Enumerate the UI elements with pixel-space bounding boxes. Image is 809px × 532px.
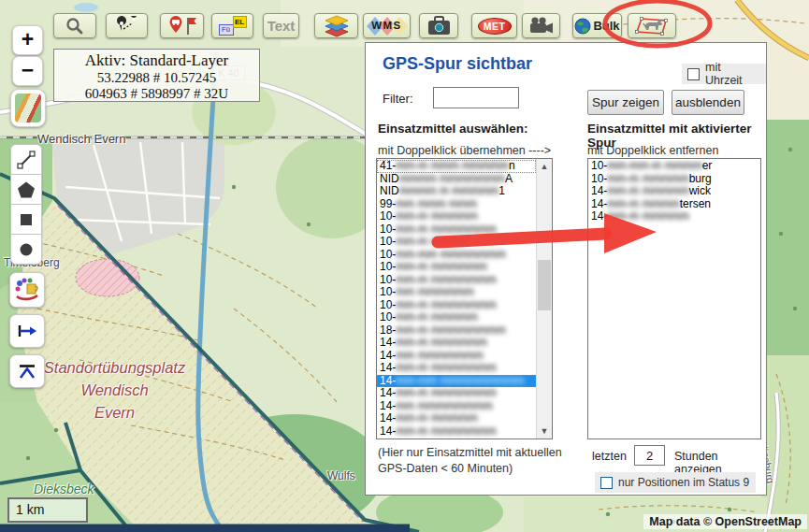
text-tool-button[interactable]: Text (263, 13, 299, 38)
unit-name-suffix: burg (689, 172, 712, 185)
unit-list-item[interactable]: 14-mm-mm mmmmmmmmm (377, 375, 536, 388)
unit-list-item[interactable]: 14-mm mmmmmmmm (377, 400, 536, 413)
unit-list-item[interactable]: 10-mm-m mmmmmmm (377, 299, 536, 312)
unit-list-item[interactable]: 14-mm mmmmmmm (377, 350, 536, 363)
draw-toolstack (10, 144, 42, 265)
unit-callsign-prefix: 10- (380, 273, 396, 286)
layers-button[interactable] (314, 13, 358, 38)
unit-callsign-prefix: 10- (380, 298, 396, 311)
wms-button[interactable]: WMS (363, 13, 411, 38)
hours-before-label: letzten (592, 450, 627, 463)
unit-list-item[interactable]: 10-mm mmmmmm (377, 286, 536, 299)
scroll-up-arrow[interactable]: ▲ (537, 159, 552, 174)
unit-callsign-prefix: 14- (380, 424, 396, 438)
unit-list-item[interactable]: 10-mm-mm mmmmmmm (377, 249, 536, 262)
hours-input[interactable] (634, 445, 665, 466)
unit-list-item[interactable]: 14-mm-m mmmmmm (377, 337, 536, 350)
active-unit-list-item[interactable]: 14-mm-m mmmmmwick (588, 185, 760, 198)
equipment-case-button[interactable] (419, 13, 458, 38)
met-badge: MET (478, 18, 512, 35)
met-button[interactable]: MET (471, 13, 517, 38)
unit-callsign-prefix: 10- (380, 209, 396, 223)
status9-label: nur Positionen im Status 9 (618, 476, 749, 489)
case-icon (426, 15, 452, 36)
unit-list-item[interactable]: 14-mm-m mmmmmmm (377, 425, 536, 439)
vehicle-flag-button[interactable] (160, 13, 204, 38)
scroll-thumb[interactable] (538, 260, 551, 310)
active-units-rows[interactable]: 10-mm-mm-m mmmmer10-mm-m mmmmmburg14-mm-… (588, 160, 760, 439)
unit-list-item[interactable]: 67-82-17 SEG Lbg ASB (377, 438, 536, 439)
gps-track-button[interactable] (628, 13, 676, 38)
unit-list-item[interactable]: NIDmmmm mmmmmmmA (377, 173, 536, 186)
coordinates-wgs84: 53.22988 # 10.57245 (54, 70, 259, 86)
unit-list-item[interactable]: 10-mm-m mmmmm (377, 210, 536, 223)
unit-list-item[interactable]: 99-mm mmm mmm (377, 198, 536, 211)
gps-footnote: (Hier nur Einsatzmittel mit aktuellen GP… (378, 445, 562, 477)
fu-symbol: Fü (219, 24, 234, 36)
unit-list-item[interactable]: 14-mm-m mmmmmmm (377, 362, 536, 375)
polygon-tool-button[interactable] (10, 174, 42, 205)
unit-callsign-prefix: 14- (380, 411, 396, 424)
lambda-bar-icon (16, 363, 38, 380)
gps-footnote-line2: GPS-Daten < 60 Minuten) (378, 461, 562, 477)
unit-list-item[interactable]: 18-mm-m mmmmmmmm (377, 324, 536, 338)
redacted-unit-name: mm-m mmmmmmmm (396, 324, 505, 337)
hide-track-button[interactable]: ausblenden (672, 90, 744, 115)
redacted-unit-name: mm-m mmmmm (607, 209, 688, 223)
lambda-tool-button[interactable] (9, 354, 45, 388)
search-button[interactable] (53, 13, 96, 38)
active-units-listbox[interactable]: 10-mm-mm-m mmmmer10-mm-m mmmmmburg14-mm-… (587, 158, 761, 439)
unit-list-item[interactable]: NIDmmmm m mmmmm1 (377, 185, 536, 198)
redacted-unit-name: mmmm m mmmmm (399, 184, 499, 197)
paint-icon (14, 277, 40, 303)
with-time-checkbox[interactable] (687, 68, 700, 80)
with-time-option[interactable]: mit Uhrzeit (682, 64, 766, 84)
active-unit-list-item[interactable]: 14-mm-m mmmmtersen (588, 198, 760, 211)
unit-list-item[interactable]: 10-mm-m mmmmm (377, 311, 536, 324)
unit-name-suffix: wick (689, 184, 711, 197)
unit-list-item[interactable]: 10-mm-m mmmm (377, 236, 536, 249)
active-layer-title: Aktiv: Standard-Layer (54, 51, 259, 70)
scroll-down-arrow[interactable]: ▼ (537, 424, 552, 439)
mapsto-tool-button[interactable] (9, 314, 45, 348)
unit-callsign-prefix: 10- (380, 235, 396, 248)
redacted-unit-name: mm-m mmmm (396, 235, 468, 248)
route-pins-button[interactable] (106, 13, 148, 38)
mapsto-arrow-icon (16, 323, 38, 339)
redacted-unit-name: mm-m mmmmm (607, 172, 688, 185)
show-track-button[interactable]: Spur zeigen (587, 90, 664, 115)
active-unit-list-item[interactable]: 10-mm-mm-m mmmmer (588, 160, 760, 173)
available-units-listbox[interactable]: 41-mm-m mmm mmmmmnNIDmmmm mmmmmmmANIDmmm… (376, 158, 553, 439)
layer-switcher-button[interactable] (10, 89, 46, 127)
filter-input[interactable] (433, 87, 519, 108)
unit-list-item[interactable]: 10-mm-m mmmmmmm (377, 274, 536, 287)
circle-icon (17, 240, 36, 259)
redacted-unit-name: mm-m mmmmm (607, 184, 688, 197)
unit-list-item[interactable]: 10-mm-m mmmmmm (377, 261, 536, 274)
available-units-rows[interactable]: 41-mm-m mmm mmmmmnNIDmmmm mmmmmmmANIDmmm… (377, 160, 536, 439)
measure-tool-button[interactable] (10, 144, 42, 175)
list-scrollbar[interactable]: ▲ ▼ (536, 159, 552, 439)
map-attribution[interactable]: Map data © OpenStreetMap (643, 514, 807, 529)
paint-tool-button[interactable] (9, 272, 45, 308)
unit-list-item[interactable]: 41-mm-m mmm mmmmmn (377, 160, 536, 173)
zoom-in-button[interactable]: + (12, 25, 43, 55)
unit-callsign-prefix: 10- (380, 248, 396, 261)
fuehrung-el-button[interactable]: Fü EL (211, 13, 253, 38)
active-unit-list-item[interactable]: 14-mm-m mmmmm (588, 210, 760, 223)
status9-checkbox[interactable] (600, 477, 613, 489)
map-label-stream: Dieksbeck (34, 482, 94, 496)
unit-list-item[interactable]: 14-mm-m mmmmmmm (377, 387, 536, 400)
camera-button[interactable] (522, 13, 560, 38)
redacted-unit-name: mm-m mmmmmmm (396, 298, 496, 311)
unit-callsign-prefix: 18- (380, 324, 396, 337)
unit-list-item[interactable]: 14-mm-m mmmmm (377, 412, 536, 425)
status9-option[interactable]: nur Positionen im Status 9 (595, 472, 756, 493)
circle-tool-button[interactable] (10, 234, 42, 265)
rectangle-tool-button[interactable] (10, 204, 42, 235)
unit-list-item[interactable]: 10-mm-m mmmmmmm (377, 223, 536, 237)
active-unit-list-item[interactable]: 10-mm-m mmmmmburg (588, 173, 760, 186)
zoom-out-button[interactable]: − (12, 56, 43, 86)
unit-callsign-prefix: 10- (591, 160, 607, 172)
bulk-button[interactable]: Bulk (572, 13, 622, 38)
